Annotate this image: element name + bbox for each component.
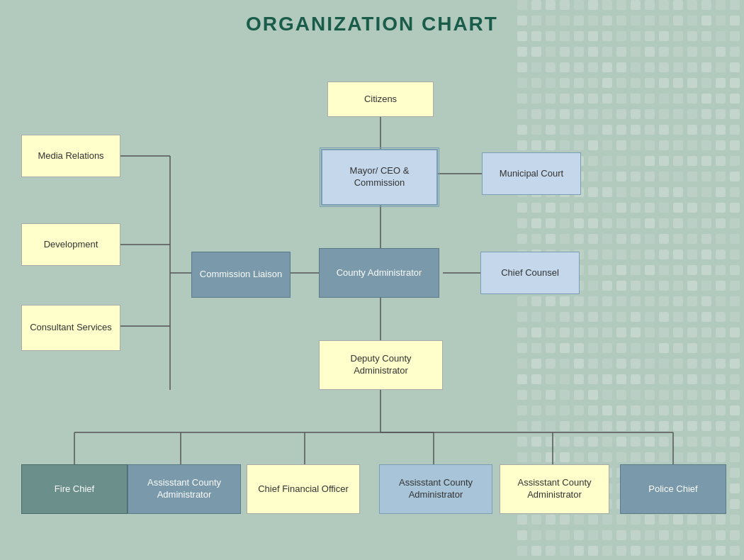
cfo-box: Chief Financial Officer xyxy=(247,464,360,514)
deputy-county-admin-box: Deputy County Administrator xyxy=(319,340,443,390)
chief-counsel-box: Chief Counsel xyxy=(480,252,580,294)
asst-admin-3-box: Assisstant County Administrator xyxy=(500,464,609,514)
citizens-box: Citizens xyxy=(327,82,434,117)
commission-liaison-box: Commission Liaison xyxy=(191,252,291,298)
asst-admin-1-box: Assisstant County Administrator xyxy=(128,464,241,514)
page-title: ORGANIZATION CHART xyxy=(0,0,744,35)
municipal-court-box: Municipal Court xyxy=(482,152,581,195)
police-chief-box: Police Chief xyxy=(620,464,726,514)
media-relations-box: Media Relations xyxy=(21,135,120,177)
fire-chief-box: Fire Chief xyxy=(21,464,128,514)
development-box: Development xyxy=(21,223,120,266)
asst-admin-2-box: Assisstant County Administrator xyxy=(379,464,492,514)
mayor-box: Mayor/ CEO & Commission xyxy=(321,149,438,206)
county-admin-box: County Administrator xyxy=(319,248,439,298)
consultant-services-box: Consultant Services xyxy=(21,305,120,351)
